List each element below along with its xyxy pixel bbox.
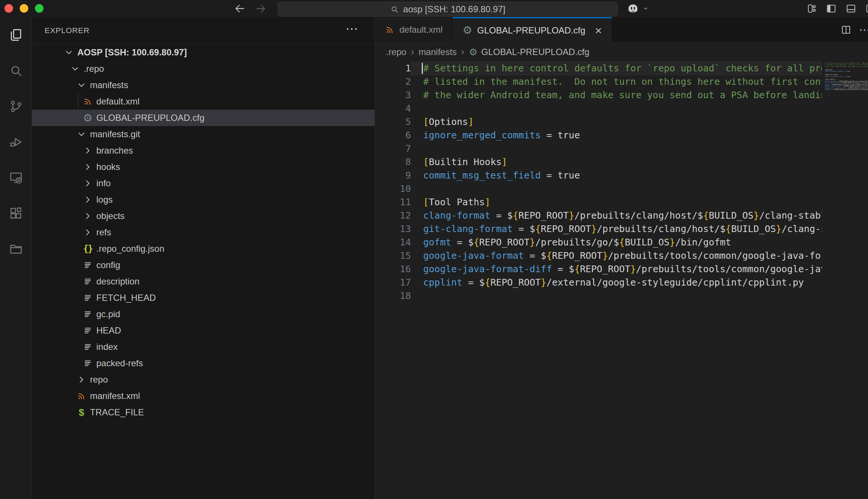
sidebar-title: EXPLORER — [45, 26, 90, 35]
line-number: 6 — [375, 129, 411, 142]
activity-item-run-and-debug[interactable] — [0, 124, 32, 160]
tree-item-label: manifest.xml — [90, 391, 140, 401]
tab-default-xml[interactable]: default.xml — [375, 17, 453, 42]
minimap-line: # the wider Android team, and make sure … — [825, 66, 868, 67]
explorer-sidebar: EXPLORER ⋯ AOSP [SSH: 100.69.80.97].repo… — [32, 17, 375, 499]
code-line-text: [Builtin Hooks] — [411, 155, 822, 169]
command-center[interactable]: aosp [SSH: 100.69.80.97] — [278, 2, 617, 16]
debug-icon — [9, 135, 23, 149]
minimize-window-button[interactable] — [20, 4, 28, 13]
activity-item-explorer[interactable] — [0, 17, 32, 53]
split-editor-button[interactable] — [840, 24, 852, 35]
tree-item-hooks[interactable]: hooks — [32, 159, 374, 175]
tree-item-config[interactable]: config — [32, 257, 374, 273]
breadcrumb-separator: › — [461, 46, 464, 58]
breadcrumb-segment-manifests[interactable]: manifests — [418, 47, 457, 57]
tree-item-objects[interactable]: objects — [32, 208, 374, 224]
tree-item-head[interactable]: HEAD — [32, 322, 374, 339]
tree-item-packed-refs[interactable]: packed-refs — [32, 355, 374, 371]
tree-item-label: packed-refs — [96, 358, 143, 368]
toggle-primary-sidebar-button[interactable] — [826, 3, 837, 14]
code-line-8: 8[Builtin Hooks] — [375, 155, 822, 169]
line-number: 5 — [375, 115, 411, 129]
tree-item-info[interactable]: info — [32, 175, 374, 191]
code-line-14: 14gofmt = ${REPO_ROOT}/prebuilts/go/${BU… — [375, 236, 822, 249]
tree-item-logs[interactable]: logs — [32, 191, 374, 208]
line-number: 1 — [375, 62, 411, 75]
code-line-text: cpplint = ${REPO_ROOT}/external/google-s… — [411, 276, 822, 289]
copilot-menu-button[interactable] — [626, 1, 650, 16]
customize-layout-button[interactable] — [806, 3, 817, 14]
tree-item-aosp-ssh-100-69-80-97[interactable]: AOSP [SSH: 100.69.80.97] — [32, 44, 374, 61]
tree-item-global-preupload-cfg[interactable]: ⚙GLOBAL-PREUPLOAD.cfg — [32, 110, 374, 126]
tree-item-repo-config-json[interactable]: {}.repo_config.json — [32, 241, 374, 257]
tree-item-refs[interactable]: refs — [32, 224, 374, 241]
tab-label: GLOBAL-PREUPLOAD.cfg — [477, 25, 585, 36]
activity-item-source-control[interactable] — [0, 88, 32, 124]
indent-guide — [78, 93, 78, 126]
chevron-right-icon — [82, 210, 93, 222]
layout-icon — [806, 3, 817, 14]
chevron-down-icon — [76, 80, 87, 91]
line-number: 11 — [375, 196, 411, 209]
code-line-17: 17cpplint = ${REPO_ROOT}/external/google… — [375, 276, 822, 289]
minimap[interactable]: # Settings in here control defaults for … — [822, 62, 868, 499]
tree-item-description[interactable]: description — [32, 273, 374, 290]
code-line-15: 15google-java-format = ${REPO_ROOT}/preb… — [375, 249, 822, 263]
line-number: 2 — [375, 75, 411, 88]
go-forward-button[interactable] — [254, 2, 267, 15]
file-lines-icon — [82, 357, 93, 369]
code-line-text: [Tool Paths] — [411, 196, 822, 209]
tree-item-index[interactable]: index — [32, 339, 374, 355]
line-number: 9 — [375, 169, 411, 182]
tree-item-manifests[interactable]: manifests — [32, 77, 374, 93]
tree-item-branches[interactable]: branches — [32, 142, 374, 159]
more-actions-button[interactable]: ⋯ — [859, 23, 868, 36]
code-line-2: 2# listed in the manifest. Do not turn o… — [375, 75, 822, 88]
tree-item-repo[interactable]: .repo — [32, 61, 374, 77]
code-line-text: # listed in the manifest. Do not turn on… — [411, 75, 822, 88]
tab-global-preupload-cfg[interactable]: ⚙GLOBAL-PREUPLOAD.cfg× — [453, 17, 612, 42]
tree-item-gc-pid[interactable]: gc.pid — [32, 306, 374, 322]
activity-item-remote-explorer[interactable] — [0, 160, 32, 196]
code-editor[interactable]: 1# Settings in here control defaults for… — [375, 62, 822, 499]
tree-item-label: gc.pid — [96, 309, 120, 319]
views-and-more-actions-button[interactable]: ⋯ — [345, 22, 358, 35]
breadcrumb-segment-repo[interactable]: .repo — [386, 47, 406, 57]
tabs-bar: default.xml⚙GLOBAL-PREUPLOAD.cfg× — [375, 17, 868, 42]
code-line-text: # Settings in here control defaults for … — [411, 62, 822, 75]
tree-item-default-xml[interactable]: default.xml — [32, 93, 374, 110]
tree-item-manifest-xml[interactable]: manifest.xml — [32, 388, 374, 404]
tree-item-trace-file[interactable]: $TRACE_FILE — [32, 404, 374, 421]
tree-item-fetch-head[interactable]: FETCH_HEAD — [32, 290, 374, 306]
code-line-text: git-clang-format = ${REPO_ROOT}/prebuilt… — [411, 222, 822, 236]
tree-item-label: HEAD — [96, 325, 121, 336]
history-nav — [234, 0, 267, 17]
extensions-icon — [9, 206, 23, 221]
activity-item-extensions[interactable] — [0, 196, 32, 231]
tree-item-manifests-git[interactable]: manifests.git — [32, 126, 374, 142]
tree-item-repo[interactable]: repo — [32, 371, 374, 388]
close-tab-button[interactable]: × — [595, 25, 602, 36]
code-line-text — [411, 142, 822, 155]
close-window-button[interactable] — [4, 4, 13, 13]
code-line-text: gofmt = ${REPO_ROOT}/prebuilts/go/${BUIL… — [411, 236, 822, 249]
tree-item-label: objects — [96, 211, 125, 221]
tree-item-label: config — [96, 260, 120, 270]
activity-item-search[interactable] — [0, 53, 32, 88]
toggle-secondary-sidebar-button[interactable] — [865, 3, 868, 14]
breadcrumb-segment-global-preupload-cfg[interactable]: ⚙GLOBAL-PREUPLOAD.cfg — [469, 47, 589, 57]
line-number: 12 — [375, 209, 411, 222]
activity-item-folder-view[interactable] — [0, 231, 32, 267]
chevron-right-icon — [82, 227, 93, 238]
toggle-panel-button[interactable] — [845, 3, 856, 14]
tree-item-label: logs — [96, 194, 113, 205]
files-icon — [9, 28, 23, 42]
go-back-button[interactable] — [234, 2, 246, 15]
code-line-text — [411, 289, 822, 303]
zoom-window-button[interactable] — [35, 4, 44, 13]
dollar-icon: $ — [76, 406, 87, 418]
code-line-18: 18 — [375, 289, 822, 303]
tree-item-label: repo — [90, 374, 108, 385]
code-line-4: 4 — [375, 102, 822, 115]
